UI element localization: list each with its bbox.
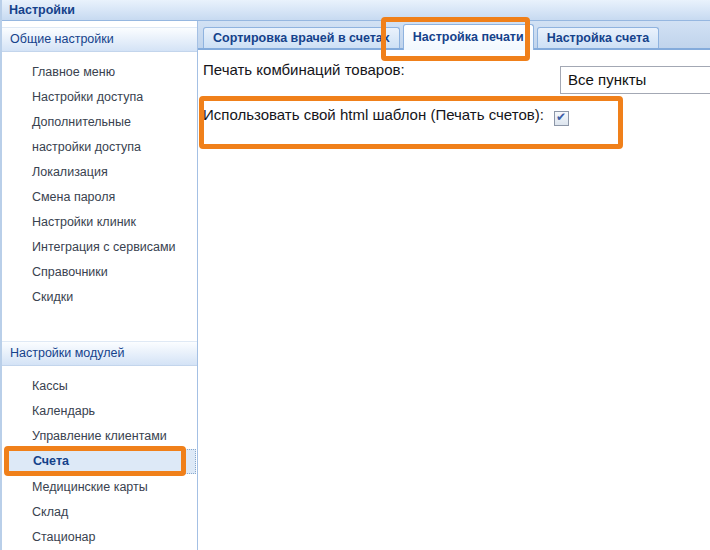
sidebar-accordion: Общие настройкиГлавное менюНастройки дос… — [2, 27, 197, 550]
sidebar-item-0-4[interactable]: Смена пароля — [2, 185, 197, 210]
sidebar-item-0-0[interactable]: Главное меню — [2, 60, 197, 85]
sidebar-item-1-2[interactable]: Управление клиентами — [2, 424, 197, 449]
sidebar-item-1-4[interactable]: Медицинские карты — [2, 475, 197, 500]
print-combinations-select[interactable]: Все пункты — [560, 66, 710, 94]
sidebar-item-list-1: КассыКалендарьУправление клиентамиСчетаМ… — [2, 366, 197, 550]
tab-content-panel: Печать комбинаций товаров: Все пункты Ис… — [198, 50, 710, 550]
sidebar-item-0-8[interactable]: Скидки — [2, 285, 197, 310]
sidebar-item-1-3[interactable]: Счета — [8, 449, 196, 474]
sidebar-item-0-3[interactable]: Локализация — [2, 160, 197, 185]
main-layout: Общие настройкиГлавное менюНастройки дос… — [2, 21, 710, 550]
sidebar-item-0-2[interactable]: Дополнительные настройки доступа — [2, 110, 197, 160]
settings-sidebar: Общие настройкиГлавное менюНастройки дос… — [2, 21, 198, 550]
tab-2[interactable]: Настройка счета — [537, 27, 659, 48]
sidebar-section-0: Общие настройкиГлавное менюНастройки дос… — [2, 27, 197, 310]
content-column: Сортировка врачей в счетахНастройка печа… — [198, 21, 710, 550]
checkmark-icon: ✔ — [556, 110, 566, 124]
sidebar-item-1-5[interactable]: Склад — [2, 500, 197, 525]
sidebar-item-1-0[interactable]: Кассы — [2, 374, 197, 399]
settings-window: Настройки Общие настройкиГлавное менюНас… — [0, 0, 710, 550]
select-value: Все пункты — [568, 71, 646, 88]
sidebar-item-0-1[interactable]: Настройки доступа — [2, 85, 197, 110]
sidebar-section-header-1[interactable]: Настройки модулей — [2, 341, 197, 366]
print-combinations-label: Печать комбинаций товаров: — [203, 61, 405, 78]
sidebar-section-1: Настройки модулейКассыКалендарьУправлени… — [2, 341, 197, 550]
sidebar-item-1-1[interactable]: Календарь — [2, 399, 197, 424]
tab-0[interactable]: Сортировка врачей в счетах — [203, 27, 400, 48]
sidebar-item-0-6[interactable]: Интеграция с сервисами — [2, 235, 197, 260]
tab-bar: Сортировка врачей в счетахНастройка печа… — [198, 21, 710, 50]
sidebar-section-header-0[interactable]: Общие настройки — [2, 27, 197, 52]
sidebar-item-list-0: Главное менюНастройки доступаДополнитель… — [2, 52, 197, 310]
sidebar-item-0-7[interactable]: Справочники — [2, 260, 197, 285]
sidebar-item-0-5[interactable]: Настройки клиник — [2, 210, 197, 235]
html-template-checkbox[interactable]: ✔ — [554, 111, 569, 126]
html-template-label: Использовать свой html шаблон (Печать сч… — [203, 104, 548, 125]
tab-1[interactable]: Настройка печати — [403, 24, 534, 50]
sidebar-item-1-6[interactable]: Стационар — [2, 525, 197, 550]
page-title: Настройки — [9, 3, 75, 17]
window-titlebar: Настройки — [2, 0, 710, 21]
